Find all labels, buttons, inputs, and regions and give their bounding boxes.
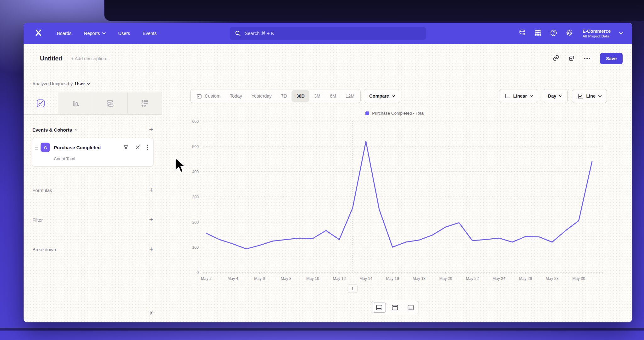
nav-item-boards[interactable]: Boards	[57, 31, 71, 36]
calendar-icon	[197, 94, 202, 99]
chevron-down-icon	[392, 95, 395, 97]
chart-controls-row: Custom Today Yesterday 7D 30D 3M 6M 12M …	[190, 89, 607, 103]
toolbar-actions: ••• Save	[552, 53, 623, 64]
collapse-sidebar-icon[interactable]	[149, 310, 155, 317]
axis-scale-icon	[504, 93, 510, 99]
add-event-button[interactable]: +	[149, 127, 153, 133]
add-filter-button[interactable]: +	[149, 217, 153, 223]
y-tick-label: 0	[197, 270, 199, 275]
settings-gear-icon[interactable]	[566, 29, 573, 38]
range-item[interactable]: Custom	[192, 90, 225, 102]
split-top-icon	[392, 305, 398, 310]
range-label: Custom	[205, 94, 220, 99]
range-item[interactable]: Yesterday	[247, 90, 276, 102]
x-tick-label: May 26	[519, 276, 532, 281]
chart-type-label: Line	[586, 94, 596, 99]
tab-insights[interactable]	[24, 92, 58, 114]
event-name[interactable]: Purchase Completed	[54, 145, 119, 150]
copy-link-icon[interactable]	[552, 54, 559, 63]
kebab-menu-icon[interactable]	[147, 145, 148, 150]
y-tick-label: 500	[192, 144, 199, 149]
chevron-down-icon	[559, 95, 562, 97]
range-label: Today	[230, 94, 242, 99]
add-description-field[interactable]: + Add description...	[71, 56, 110, 61]
range-item[interactable]: Today	[225, 90, 247, 102]
query-builder-sidebar: Analyze Uniques by User	[24, 73, 162, 322]
project-name: E-Commerce	[583, 28, 611, 34]
nav-item-label: Events	[143, 31, 157, 36]
mixpanel-logo-icon[interactable]	[34, 29, 42, 38]
y-tick-label: 200	[192, 220, 199, 224]
y-tick-label: 100	[192, 245, 199, 250]
remove-event-icon[interactable]	[136, 145, 140, 150]
search-input[interactable]: Search ⌘ + K	[230, 27, 426, 40]
layout-toggle-bar	[180, 301, 610, 314]
tab-funnels[interactable]	[58, 92, 93, 114]
interval-dropdown[interactable]: Day	[543, 89, 568, 103]
x-tick-label: May 14	[359, 276, 372, 281]
legend-item[interactable]: Purchase Completed - Total	[365, 111, 424, 116]
x-tick-label: May 30	[572, 276, 585, 281]
nav-item-label: Reports	[84, 31, 100, 36]
line-chart: 0100200300400500600May 2May 4May 6May 8M…	[180, 118, 610, 301]
tab-retention[interactable]	[128, 92, 162, 114]
y-tick-label: 600	[192, 119, 199, 124]
scale-dropdown[interactable]: Linear	[499, 89, 538, 103]
compare-dropdown[interactable]: Compare	[364, 89, 400, 103]
range-item[interactable]: 12M	[341, 90, 359, 102]
x-tick-label: May 10	[306, 276, 319, 281]
data-management-icon[interactable]	[519, 29, 526, 38]
analyze-entity-dropdown[interactable]: User	[75, 81, 90, 86]
nav-item-label: Boards	[57, 31, 71, 36]
content-area: Analyze Uniques by User	[24, 73, 632, 322]
filter-label: Filter	[32, 217, 43, 223]
project-scope: All Project Data	[583, 34, 611, 38]
event-metric[interactable]: Count Total	[54, 156, 148, 161]
line-chart-tab-icon	[36, 99, 45, 108]
layout-chart-only-button[interactable]	[388, 303, 402, 313]
drag-handle-icon[interactable]	[35, 143, 38, 161]
top-navbar: Boards Reports Users Events Search ⌘ + K	[24, 23, 632, 44]
chart-type-dropdown[interactable]: Line	[572, 89, 607, 103]
legend-swatch	[365, 111, 369, 115]
x-tick-label: May 20	[439, 276, 452, 281]
project-selector[interactable]: E-Commerce All Project Data	[583, 28, 611, 39]
report-type-tabs	[24, 92, 162, 115]
layout-chart-and-table-button[interactable]	[373, 303, 386, 313]
nav-item-events[interactable]: Events	[143, 31, 157, 36]
range-item[interactable]: 7D	[276, 90, 292, 102]
add-breakdown-button[interactable]: +	[149, 246, 153, 252]
chevron-down-icon[interactable]	[75, 129, 78, 131]
chevron-down-icon[interactable]	[619, 32, 623, 35]
range-item[interactable]: 6M	[325, 90, 341, 102]
more-options-icon[interactable]: •••	[584, 56, 591, 61]
navbar-right: E-Commerce All Project Data	[519, 28, 623, 39]
add-formula-button[interactable]: +	[149, 187, 153, 193]
nav-item-reports[interactable]: Reports	[84, 31, 106, 36]
nav-item-users[interactable]: Users	[118, 31, 130, 36]
layout-table-only-button[interactable]	[404, 303, 417, 313]
y-tick-label: 300	[192, 195, 199, 199]
x-tick-label: May 4	[228, 276, 238, 281]
backdrop-top-shade	[104, 0, 644, 21]
help-icon[interactable]	[550, 29, 557, 38]
x-tick-label: May 22	[466, 276, 479, 281]
save-button[interactable]: Save	[600, 53, 623, 64]
duplicate-icon[interactable]	[568, 54, 575, 63]
formulas-label: Formulas	[32, 188, 52, 193]
chevron-down-icon	[102, 32, 106, 35]
tab-flows[interactable]	[93, 92, 128, 114]
nav-item-label: Users	[118, 31, 130, 36]
event-card[interactable]: A Purchase Completed Count Total	[32, 138, 154, 167]
range-label: 30D	[296, 94, 305, 99]
events-cohorts-label[interactable]: Events & Cohorts	[32, 127, 72, 133]
event-series-badge: A	[41, 143, 50, 152]
x-tick-label: May 28	[546, 276, 558, 281]
report-title[interactable]: Untitled	[40, 55, 62, 62]
apps-grid-icon[interactable]	[535, 29, 541, 37]
chart-display-controls: Linear Day Line	[495, 89, 607, 103]
filter-funnel-icon[interactable]	[123, 145, 129, 150]
range-item[interactable]: 3M	[309, 90, 325, 102]
legend-label: Purchase Completed - Total	[372, 111, 424, 116]
range-item[interactable]: 30D	[291, 90, 309, 102]
